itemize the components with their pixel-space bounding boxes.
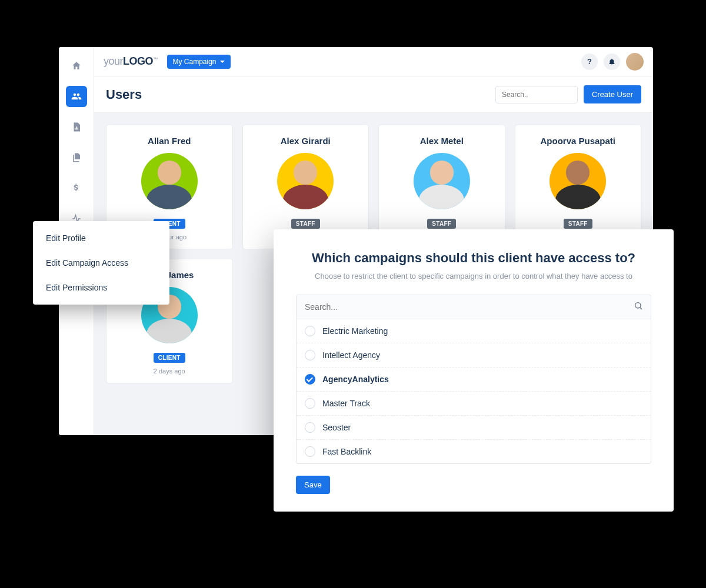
campaign-name: Electric Marketing [322, 326, 388, 336]
sidebar-item-billing[interactable] [66, 178, 87, 199]
topbar: yourLOGO™ My Campaign ? [94, 47, 653, 76]
campaign-name: Master Track [322, 399, 370, 408]
campaign-dropdown[interactable]: My Campaign [167, 55, 231, 69]
context-menu: Edit ProfileEdit Campaign AccessEdit Per… [33, 221, 169, 305]
checkbox-icon [305, 446, 315, 457]
campaign-name: Seoster [322, 423, 351, 432]
user-avatar [550, 153, 606, 209]
role-badge: STAFF [291, 219, 320, 229]
campaign-access-modal: Which campaigns should this client have … [274, 229, 674, 512]
sidebar-item-home[interactable] [66, 55, 87, 76]
checkbox-icon [305, 422, 315, 433]
modal-search [296, 295, 651, 319]
help-button[interactable]: ? [581, 54, 598, 70]
topbar-right: ? [581, 53, 644, 71]
campaign-name: Intellect Agency [322, 350, 380, 360]
page-header-right: Create User [495, 85, 641, 103]
checkbox-icon [305, 350, 315, 360]
user-name: Alex Metel [385, 136, 499, 146]
campaign-row[interactable]: Intellect Agency [297, 343, 651, 368]
checkbox-icon [305, 326, 315, 336]
dollar-icon [71, 183, 82, 193]
checkbox-icon [305, 398, 315, 409]
notifications-button[interactable] [604, 54, 620, 70]
user-name: Alex Girardi [249, 136, 363, 146]
context-menu-item[interactable]: Edit Profile [33, 226, 169, 250]
save-button[interactable]: Save [296, 476, 330, 494]
user-name: Apoorva Pusapati [521, 136, 635, 146]
current-user-avatar[interactable] [626, 53, 644, 71]
role-badge: CLIENT [154, 353, 185, 363]
logo-main: LOGO [123, 55, 153, 67]
sidebar-item-reports[interactable] [66, 116, 87, 138]
campaign-row[interactable]: Electric Marketing [297, 319, 651, 343]
modal-subtitle: Choose to restrict the client to specifi… [296, 272, 651, 280]
campaign-row[interactable]: Master Track [297, 392, 651, 416]
search-icon [634, 301, 643, 313]
home-icon [71, 61, 82, 71]
user-meta: 2 days ago [112, 368, 227, 375]
user-name: Allan Fred [112, 136, 227, 146]
sidebar-item-users[interactable] [66, 86, 87, 107]
user-avatar [141, 153, 198, 209]
page-header: Users Create User [94, 76, 653, 113]
campaign-name: AgencyAnalytics [322, 375, 389, 384]
logo: yourLOGO™ [104, 55, 158, 68]
report-icon [71, 122, 82, 132]
campaign-list: Electric Marketing Intellect Agency Agen… [296, 319, 651, 464]
page-title: Users [106, 87, 142, 102]
files-icon [71, 152, 82, 163]
sidebar-item-files[interactable] [66, 147, 87, 168]
campaign-row[interactable]: AgencyAnalytics [297, 368, 651, 392]
modal-search-input[interactable] [296, 295, 651, 319]
create-user-button[interactable]: Create User [584, 85, 641, 103]
role-badge: STAFF [427, 219, 456, 229]
users-icon [71, 91, 82, 102]
svg-point-0 [635, 302, 641, 308]
role-badge: STAFF [564, 219, 592, 229]
campaign-name: Fast Backlink [322, 447, 371, 456]
chevron-down-icon [220, 61, 225, 63]
logo-tm: ™ [153, 56, 158, 62]
campaign-row[interactable]: Fast Backlink [297, 440, 651, 463]
campaign-dropdown-label: My Campaign [173, 58, 217, 66]
checkbox-icon [305, 374, 315, 385]
user-avatar [277, 153, 334, 209]
search-input[interactable] [495, 86, 578, 103]
help-icon: ? [587, 57, 592, 66]
context-menu-item[interactable]: Edit Campaign Access [33, 250, 169, 275]
bell-icon [608, 58, 616, 66]
context-menu-item[interactable]: Edit Permissions [33, 275, 169, 300]
logo-prefix: your [104, 55, 123, 67]
campaign-row[interactable]: Seoster [297, 416, 651, 440]
modal-title: Which campaigns should this client have … [296, 250, 651, 266]
user-avatar [414, 153, 470, 209]
